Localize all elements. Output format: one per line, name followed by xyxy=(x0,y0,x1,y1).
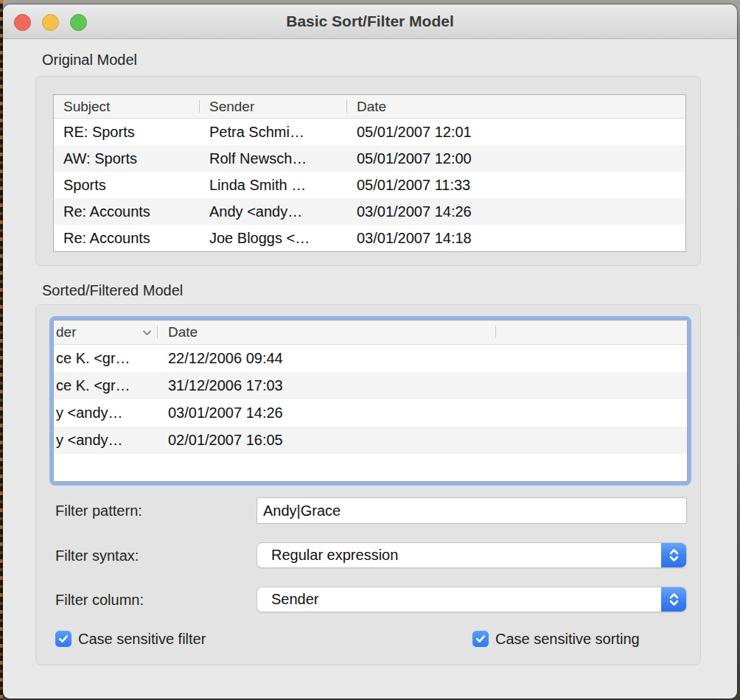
table-body: RE: SportsPetra Schmi…05/01/2007 12:01AW… xyxy=(54,119,685,251)
sort-indicator-chevron-down-icon xyxy=(142,330,152,336)
table-cell[interactable]: Linda Smith … xyxy=(200,172,347,198)
filter-syntax-label: Filter syntax: xyxy=(55,547,139,564)
column-header-label: Date xyxy=(168,324,198,340)
table-row[interactable]: ce K. <gr…22/12/2006 09:44 xyxy=(54,345,687,372)
case-sensitive-filter-label: Case sensitive filter xyxy=(78,631,206,647)
column-header[interactable]: Sender xyxy=(200,95,347,118)
table-cell[interactable]: y <andy… xyxy=(54,427,158,454)
check-icon xyxy=(57,633,69,645)
filter-column-selected-value: Sender xyxy=(257,587,686,612)
table-cell[interactable]: Sports xyxy=(54,172,200,198)
column-header[interactable] xyxy=(496,321,687,344)
table-cell[interactable]: Re: Accounts xyxy=(54,225,200,251)
table-cell[interactable] xyxy=(496,372,687,399)
table-cell[interactable]: 03/01/2007 14:18 xyxy=(347,225,685,251)
column-header-label: Date xyxy=(357,99,386,114)
table-row[interactable]: RE: SportsPetra Schmi…05/01/2007 12:01 xyxy=(54,119,685,145)
table-cell[interactable]: ce K. <gr… xyxy=(54,372,158,399)
filter-syntax-select[interactable]: Regular expression xyxy=(256,542,687,568)
table-cell[interactable] xyxy=(496,427,687,454)
close-button[interactable] xyxy=(14,14,31,31)
table-cell[interactable]: ce K. <gr… xyxy=(54,345,158,372)
case-sensitive-sorting-checkbox[interactable] xyxy=(472,631,489,647)
table-body: ce K. <gr…22/12/2006 09:44ce K. <gr…31/1… xyxy=(54,345,687,454)
filter-pattern-label: Filter pattern: xyxy=(55,502,142,519)
filtered-model-group-label: Sorted/Filtered Model xyxy=(42,282,183,298)
table-cell[interactable]: y <andy… xyxy=(54,399,158,427)
table-row[interactable]: AW: SportsRolf Newsch…05/01/2007 12:00 xyxy=(54,145,685,172)
column-header[interactable]: Date xyxy=(347,95,685,118)
table-cell[interactable]: RE: Sports xyxy=(54,119,200,145)
check-icon xyxy=(475,633,486,645)
table-header-row: SubjectSenderDate xyxy=(54,95,685,119)
window-title: Basic Sort/Filter Model xyxy=(3,4,737,38)
table-cell[interactable]: 05/01/2007 12:00 xyxy=(347,145,685,172)
table-cell[interactable]: Andy <andy… xyxy=(200,198,347,225)
table-row[interactable]: ce K. <gr…31/12/2006 17:03 xyxy=(54,372,687,399)
original-model-table[interactable]: SubjectSenderDate RE: SportsPetra Schmi…… xyxy=(53,94,686,252)
column-header[interactable]: Date xyxy=(158,321,496,344)
original-model-group-label: Original Model xyxy=(42,52,137,68)
table-cell[interactable]: 03/01/2007 14:26 xyxy=(347,198,685,225)
filtered-model-table[interactable]: derDate ce K. <gr…22/12/2006 09:44ce K. … xyxy=(53,320,688,482)
table-cell[interactable] xyxy=(496,345,687,372)
column-header[interactable]: Subject xyxy=(54,95,200,118)
table-row[interactable]: y <andy…02/01/2007 16:05 xyxy=(54,427,687,454)
filter-column-label: Filter column: xyxy=(55,591,144,609)
table-cell[interactable]: Rolf Newsch… xyxy=(200,145,347,172)
focus-ring: derDate ce K. <gr…22/12/2006 09:44ce K. … xyxy=(49,316,691,486)
table-cell[interactable]: Re: Accounts xyxy=(54,198,200,225)
table-cell[interactable]: AW: Sports xyxy=(54,145,200,172)
table-cell[interactable]: 31/12/2006 17:03 xyxy=(158,372,496,399)
table-cell[interactable]: Petra Schmi… xyxy=(200,119,347,145)
table-row[interactable]: y <andy…03/01/2007 14:26 xyxy=(54,399,687,427)
table-cell[interactable]: 02/01/2007 16:05 xyxy=(158,427,496,454)
filter-pattern-input[interactable] xyxy=(256,497,687,524)
table-row[interactable]: SportsLinda Smith …05/01/2007 11:33 xyxy=(54,172,685,198)
table-header-row: derDate xyxy=(54,321,687,345)
zoom-button[interactable] xyxy=(70,14,87,31)
column-header-label: Subject xyxy=(63,99,110,114)
combo-stepper-cap xyxy=(661,543,686,567)
filter-column-select[interactable]: Sender xyxy=(256,587,687,612)
table-cell[interactable]: 05/01/2007 12:01 xyxy=(347,119,685,145)
filter-syntax-selected-value: Regular expression xyxy=(257,543,686,567)
table-row[interactable]: Re: AccountsAndy <andy…03/01/2007 14:26 xyxy=(54,198,685,225)
column-header-label: Sender xyxy=(209,99,254,114)
case-sensitive-sorting-label: Case sensitive sorting xyxy=(495,631,640,647)
chevron-up-down-icon xyxy=(668,591,680,608)
minimize-button[interactable] xyxy=(42,14,59,31)
combo-stepper-cap xyxy=(661,587,686,612)
column-header[interactable]: der xyxy=(54,321,158,344)
table-cell[interactable]: 05/01/2007 11:33 xyxy=(347,172,685,198)
column-header-label: der xyxy=(56,324,76,340)
table-cell[interactable]: Joe Bloggs <… xyxy=(200,225,347,251)
app-window: Basic Sort/Filter Model Original Model S… xyxy=(3,4,737,699)
table-row[interactable]: Re: AccountsJoe Bloggs <…03/01/2007 14:1… xyxy=(54,225,685,251)
table-cell[interactable]: 03/01/2007 14:26 xyxy=(158,399,496,427)
table-cell[interactable] xyxy=(496,399,687,427)
chevron-up-down-icon xyxy=(668,547,680,564)
title-bar[interactable]: Basic Sort/Filter Model xyxy=(3,4,737,39)
table-cell[interactable]: 22/12/2006 09:44 xyxy=(158,345,496,372)
case-sensitive-filter-checkbox[interactable] xyxy=(55,631,71,647)
